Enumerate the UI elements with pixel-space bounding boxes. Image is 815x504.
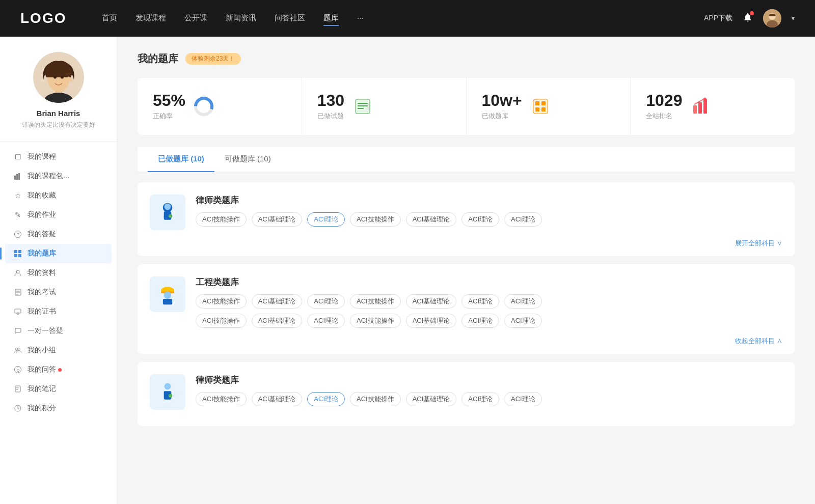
tag-5[interactable]: ACI理论: [461, 212, 499, 227]
svg-point-9: [61, 76, 64, 79]
pencil-icon: ✎: [13, 210, 22, 219]
rank-icon: [690, 96, 711, 117]
nav-open-course[interactable]: 公开课: [184, 11, 207, 26]
document-icon: [13, 288, 22, 297]
l2-tag-1[interactable]: ACI基础理论: [252, 392, 303, 406]
sidebar-username: Brian Harris: [37, 109, 80, 118]
svg-rect-41: [535, 101, 539, 105]
eng-tag-r2-2[interactable]: ACI理论: [307, 314, 345, 328]
rank-value: 1029: [646, 92, 682, 108]
l2-tag-4[interactable]: ACI基础理论: [406, 392, 457, 406]
sidebar-item-qa[interactable]: ? 我的答疑: [5, 225, 112, 244]
l2-tag-2[interactable]: ACI理论: [307, 392, 345, 406]
qbank-footer-2: 收起全部科目 ∧: [150, 336, 782, 346]
sidebar-item-homework[interactable]: ✎ 我的作业: [5, 205, 112, 225]
eng-tag-r1-6[interactable]: ACI理论: [504, 294, 542, 309]
svg-text:✓: ✓: [169, 215, 171, 218]
nav-news[interactable]: 新闻资讯: [226, 11, 256, 26]
user-avatar[interactable]: [763, 9, 781, 27]
svg-rect-43: [535, 107, 539, 111]
qbank-tags-engineer-row1: ACI技能操作 ACI基础理论 ACI理论 ACI技能操作 ACI基础理论 AC…: [196, 294, 782, 309]
stat-rank: 1029 全站排名: [631, 78, 795, 135]
lawyer2-svg: ✓: [156, 381, 179, 403]
sidebar-item-points[interactable]: 我的积分: [5, 399, 112, 418]
eng-tag-r2-0[interactable]: ACI技能操作: [196, 314, 247, 328]
notification-bell[interactable]: [743, 12, 753, 25]
collapse-btn-1[interactable]: 收起全部科目 ∧: [735, 337, 782, 345]
logo[interactable]: LOGO: [20, 10, 71, 26]
qa-dot: [58, 368, 62, 372]
sidebar-item-qbank[interactable]: 我的题库: [5, 244, 112, 263]
eng-tag-r2-4[interactable]: ACI基础理论: [406, 314, 457, 328]
nav-discover[interactable]: 发现课程: [135, 11, 166, 26]
nav-more[interactable]: ···: [357, 11, 364, 26]
svg-rect-45: [693, 105, 697, 114]
accuracy-label: 正确率: [153, 111, 185, 121]
svg-text:Q: Q: [17, 368, 20, 373]
l2-tag-0[interactable]: ACI技能操作: [196, 392, 247, 406]
notes-icon: [13, 384, 22, 394]
expand-btn-1[interactable]: 展开全部科目 ∨: [735, 239, 782, 247]
sidebar-item-course[interactable]: ☐ 我的课程: [5, 147, 112, 166]
eng-tag-r2-3[interactable]: ACI技能操作: [350, 314, 401, 328]
sidebar-item-one-on-one[interactable]: 一对一答疑: [5, 321, 112, 341]
svg-point-51: [165, 204, 171, 210]
tag-3[interactable]: ACI技能操作: [350, 212, 401, 227]
tab-available-banks[interactable]: 可做题库 (10): [214, 147, 281, 172]
banks-icon: [530, 96, 551, 117]
sidebar-item-favorites[interactable]: ☆ 我的收藏: [5, 186, 112, 205]
done-banks-label: 已做题库: [482, 111, 522, 121]
sidebar-item-my-qa[interactable]: Q 我的问答: [5, 360, 112, 379]
eng-tag-r1-2[interactable]: ACI理论: [307, 294, 345, 309]
sidebar-avatar[interactable]: [33, 52, 84, 103]
svg-text:?: ?: [17, 232, 19, 237]
eng-tag-r2-5[interactable]: ACI理论: [461, 314, 499, 328]
qbank-card-lawyer-1: ✓ 律师类题库 ACI技能操作 ACI基础理论 ACI理论 ACI技能操作 AC…: [138, 182, 795, 256]
svg-rect-47: [703, 99, 707, 114]
svg-rect-30: [15, 386, 20, 392]
qbank-title-engineer: 工程类题库: [196, 276, 782, 288]
svg-rect-58: [163, 299, 172, 304]
l2-tag-3[interactable]: ACI技能操作: [350, 392, 401, 406]
sidebar-item-course-pkg[interactable]: 我的课程包...: [5, 166, 112, 186]
navbar-right: APP下载 ▾: [704, 9, 795, 27]
eng-tag-r1-4[interactable]: ACI基础理论: [406, 294, 457, 309]
qbank-title-lawyer-2: 律师类题库: [196, 374, 782, 386]
tag-0[interactable]: ACI技能操作: [196, 212, 247, 227]
page-wrapper: Brian Harris 错误的决定比没有决定要好 ☐ 我的课程 我的课程包..…: [0, 37, 815, 504]
sidebar-item-notes[interactable]: 我的笔记: [5, 379, 112, 399]
app-download-btn[interactable]: APP下载: [704, 14, 732, 23]
sidebar-item-cert[interactable]: 我的证书: [5, 302, 112, 321]
svg-rect-12: [18, 173, 20, 180]
eng-tag-r1-5[interactable]: ACI理论: [461, 294, 499, 309]
tag-6[interactable]: ACI理论: [504, 212, 542, 227]
sidebar-item-group[interactable]: 我的小组: [5, 341, 112, 360]
tag-1[interactable]: ACI基础理论: [252, 212, 303, 227]
bank-grid-icon: [13, 249, 22, 258]
sidebar-menu: ☐ 我的课程 我的课程包... ☆ 我的收藏 ✎ 我的作业 ?: [0, 147, 117, 418]
tab-done-banks[interactable]: 已做题库 (10): [148, 147, 214, 172]
svg-rect-42: [541, 101, 546, 105]
svg-rect-44: [541, 107, 546, 111]
eng-tag-r2-6[interactable]: ACI理论: [504, 314, 542, 328]
tag-2[interactable]: ACI理论: [307, 212, 345, 227]
nav-home[interactable]: 首页: [102, 11, 117, 26]
eng-tag-r1-0[interactable]: ACI技能操作: [196, 294, 247, 309]
nav-qa[interactable]: 问答社区: [275, 11, 305, 26]
tag-4[interactable]: ACI基础理论: [406, 212, 457, 227]
eng-tag-r1-3[interactable]: ACI技能操作: [350, 294, 401, 309]
qbank-card-engineer: 工程类题库 ACI技能操作 ACI基础理论 ACI理论 ACI技能操作 ACI基…: [138, 264, 795, 354]
eng-tag-r1-1[interactable]: ACI基础理论: [252, 294, 303, 309]
nav-bank[interactable]: 题库: [323, 11, 339, 26]
tab-row: 已做题库 (10) 可做题库 (10): [138, 147, 795, 172]
star-icon: ☆: [13, 191, 22, 200]
eng-tag-r2-1[interactable]: ACI基础理论: [252, 314, 303, 328]
sidebar-item-exam[interactable]: 我的考试: [5, 283, 112, 302]
user-chevron[interactable]: ▾: [792, 15, 795, 22]
stats-row: 55% 正确率 130 已做试题: [138, 78, 795, 135]
l2-tag-6[interactable]: ACI理论: [504, 392, 542, 406]
sidebar: Brian Harris 错误的决定比没有决定要好 ☐ 我的课程 我的课程包..…: [0, 37, 117, 504]
sidebar-item-profile[interactable]: 我的资料: [5, 263, 112, 283]
avatar-image: [763, 9, 781, 27]
l2-tag-5[interactable]: ACI理论: [461, 392, 499, 406]
